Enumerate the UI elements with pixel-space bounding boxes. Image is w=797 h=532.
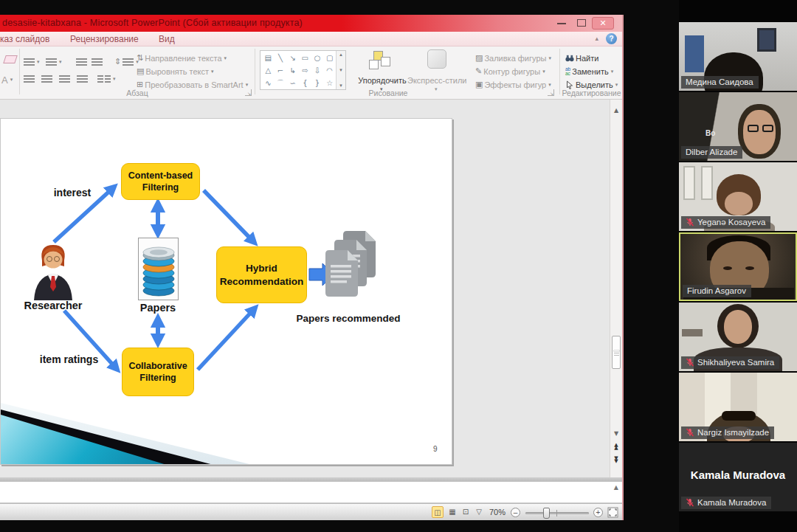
tab-view[interactable]: Вид <box>159 34 175 44</box>
previous-slide-button[interactable]: ▲▲ <box>610 443 622 449</box>
decrease-indent-button[interactable] <box>76 55 87 69</box>
shape-outline-icon: ✎ <box>475 67 482 76</box>
shape-line-icon[interactable]: ╲ <box>275 52 287 64</box>
collaborative-filtering-box[interactable]: Collaborative Filtering <box>122 348 194 396</box>
text-direction-button[interactable]: ⇅ Направление текста <box>137 52 227 65</box>
zoom-in-button[interactable]: + <box>593 508 603 517</box>
shape-rounded-rect-icon[interactable]: ▢ <box>323 52 336 64</box>
notes-scroll-up-icon[interactable]: ▲ <box>614 484 618 491</box>
shape-star-icon[interactable]: ☆ <box>323 77 336 89</box>
participant-tile[interactable]: Медина Саидова <box>679 22 797 91</box>
shape-elbow-icon[interactable]: ⌐ <box>275 64 287 77</box>
reading-view-button[interactable]: ⊡ <box>460 506 472 518</box>
align-center-button[interactable] <box>41 72 52 86</box>
title-bar: desasiie-kitabxana - Microsoft PowerPoin… <box>0 15 622 32</box>
shape-arrow-icon[interactable]: ↘ <box>286 52 299 64</box>
shape-brace-left-icon[interactable]: { <box>299 77 311 89</box>
participant-tile-active[interactable]: Firudin Asgarov <box>679 232 797 301</box>
notes-pane[interactable]: ▲ <box>0 481 622 503</box>
shape-block-arrow-right-icon[interactable]: ⇨ <box>299 64 311 77</box>
zoom-out-button[interactable]: – <box>511 508 520 517</box>
columns-button[interactable] <box>97 72 116 86</box>
drawing-group-label: Рисование <box>255 89 521 97</box>
shape-curve-icon[interactable]: ∽ <box>286 77 299 89</box>
paragraph-dialog-launcher[interactable] <box>245 89 252 96</box>
ribbon: A ⇕ ⇅ Направление текста ▤ Выровнять тек… <box>0 46 622 100</box>
shape-arc-icon[interactable]: ⌒ <box>275 77 287 89</box>
text-direction-icon: ⇅ <box>137 54 143 63</box>
collapse-ribbon-icon[interactable]: ▴ <box>595 35 598 42</box>
shape-block-arrow-down-icon[interactable]: ⇩ <box>311 64 324 77</box>
replace-button[interactable]: abac Заменить <box>565 65 613 78</box>
participant-display-name: Kamala Muradova <box>679 469 797 481</box>
picture-frame <box>757 28 776 52</box>
zoom-slider-thumb[interactable] <box>543 508 550 519</box>
scroll-up-icon[interactable]: ▲ <box>610 107 622 114</box>
restore-button[interactable] <box>577 19 586 27</box>
window-frame <box>683 166 695 200</box>
minimize-button[interactable] <box>557 23 566 24</box>
hybrid-recommendation-box[interactable]: Hybrid Recommendation <box>216 246 307 303</box>
shape-textbox-icon[interactable]: ▤ <box>262 52 275 64</box>
papers-stack-icon[interactable] <box>324 229 377 309</box>
shape-brace-right-icon[interactable]: } <box>311 77 324 89</box>
content-based-filtering-box[interactable]: Content-based Filtering <box>121 163 200 200</box>
shape-scribble-icon[interactable]: ∿ <box>262 77 275 89</box>
shape-elbow-arrow-icon[interactable]: ↳ <box>286 64 299 77</box>
shape-triangle-icon[interactable]: △ <box>262 64 275 77</box>
bullets-button[interactable] <box>24 55 40 69</box>
shape-fill-button[interactable]: ▨ Заливка фигуры <box>475 52 551 65</box>
find-button[interactable]: Найти <box>565 52 598 65</box>
line-spacing-button[interactable]: ⇕ <box>114 55 139 69</box>
participant-tile[interactable]: Yeganə Kosayeva <box>679 162 797 231</box>
slide-canvas[interactable]: Content-based Filtering Hybrid Recommend… <box>0 118 452 465</box>
zoom-slider[interactable] <box>525 512 589 514</box>
zoom-level[interactable]: 70% <box>489 508 506 517</box>
researcher-icon[interactable] <box>32 243 75 300</box>
participant-tile[interactable]: Nargiz Ismayilzade <box>679 373 797 441</box>
fit-to-window-button[interactable] <box>607 507 618 518</box>
clear-formatting-icon[interactable] <box>3 55 18 63</box>
mic-muted-icon <box>686 358 694 367</box>
item-ratings-label: item ratings <box>30 353 108 365</box>
close-button[interactable]: ✕ <box>592 17 614 30</box>
participant-tile[interactable]: Shikhaliyeva Samira <box>679 303 797 371</box>
justify-icon <box>77 75 88 83</box>
participant-name-tag: Shikhaliyeva Samira <box>681 356 779 369</box>
scroll-down-icon[interactable]: ▼ <box>610 430 622 437</box>
increase-indent-button[interactable] <box>92 55 103 69</box>
shapes-gallery[interactable]: ▤ ╲ ↘ ▭ ○ ▢ △ ⌐ ↳ ⇨ ⇩ ◠ ∿ ⌒ ∽ { } <box>260 50 346 90</box>
shape-chord-icon[interactable]: ◠ <box>323 64 336 77</box>
tab-review[interactable]: Рецензирование <box>70 34 139 44</box>
slide-sorter-view-button[interactable]: ▦ <box>446 506 458 518</box>
help-button[interactable]: ? <box>606 33 617 44</box>
participant-tile[interactable]: Bo Dilber Alizade <box>679 92 797 161</box>
participant-tile[interactable]: Kamala Muradova Kamala Muradova <box>679 443 797 511</box>
line-spacing-icon: ⇕ <box>114 58 121 66</box>
numbering-button[interactable] <box>46 55 62 69</box>
slide-number: 9 <box>433 445 438 453</box>
font-color-button[interactable]: A <box>1 73 13 86</box>
sunglasses <box>722 411 756 421</box>
drawing-dialog-launcher[interactable] <box>548 89 554 96</box>
next-slide-button[interactable]: ▼▼ <box>610 457 622 463</box>
papers-label: Papers <box>134 302 182 314</box>
justify-button[interactable] <box>77 72 88 86</box>
mic-muted-icon <box>686 498 694 507</box>
align-right-button[interactable] <box>59 72 70 86</box>
shape-oval-icon[interactable]: ○ <box>311 52 324 64</box>
tab-slideshow[interactable]: каз слайдов <box>0 34 49 44</box>
background-object <box>685 35 704 72</box>
shape-outline-button[interactable]: ✎ Контур фигуры <box>475 65 545 78</box>
align-text-button[interactable]: ▤ Выровнять текст <box>137 65 214 78</box>
shape-rectangle-icon[interactable]: ▭ <box>299 52 311 64</box>
papers-database-icon[interactable] <box>138 238 179 300</box>
slideshow-view-button[interactable]: ▽ <box>473 506 485 518</box>
vertical-scrollbar[interactable]: ▲ ▼ ▲▲ ▼▼ <box>610 100 622 477</box>
scrollbar-thumb[interactable] <box>612 336 621 369</box>
normal-view-button[interactable]: ◫ <box>432 506 444 518</box>
find-binoculars-icon <box>565 54 574 63</box>
shape-fill-icon: ▨ <box>475 54 483 63</box>
align-left-button[interactable] <box>24 72 35 86</box>
shapes-gallery-scroll[interactable]: ▲▼▼ <box>336 51 345 89</box>
